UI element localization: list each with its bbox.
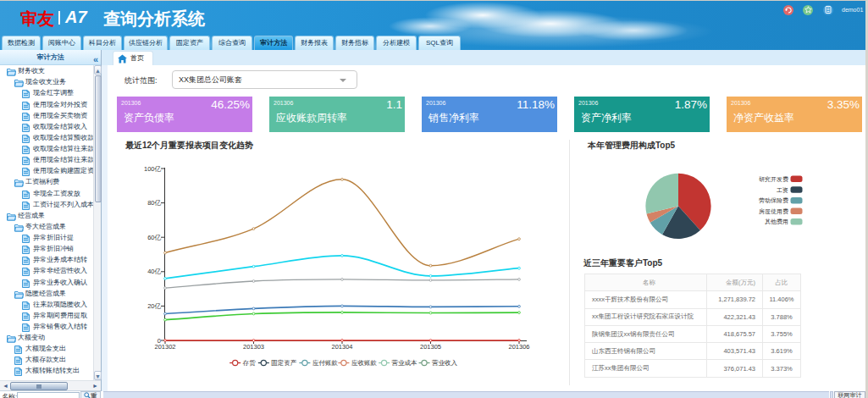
svg-text:房屋使用费: 房屋使用费 (759, 208, 788, 215)
svg-text:201306: 201306 (508, 343, 529, 351)
svg-text:60亿: 60亿 (147, 234, 161, 241)
svg-text:201304: 201304 (331, 343, 352, 351)
svg-text:营业成本: 营业成本 (392, 359, 418, 367)
svg-text:20亿: 20亿 (147, 302, 161, 310)
svg-text:工资: 工资 (777, 187, 788, 193)
svg-text:40亿: 40亿 (147, 268, 161, 275)
svg-text:100亿: 100亿 (144, 165, 162, 173)
svg-text:劳动保险费: 劳动保险费 (759, 197, 788, 203)
svg-text:营业收入: 营业收入 (432, 359, 458, 367)
svg-text:应收账款: 应收账款 (351, 359, 378, 367)
svg-text:研究开发费: 研究开发费 (759, 176, 788, 183)
svg-text:其他费用: 其他费用 (765, 218, 788, 225)
svg-text:应付账款: 应付账款 (312, 359, 339, 367)
svg-text:201303: 201303 (243, 343, 264, 351)
svg-text:201302: 201302 (154, 343, 175, 351)
svg-text:存货: 存货 (242, 359, 257, 367)
svg-text:固定资产: 固定资产 (271, 359, 297, 367)
svg-text:201305: 201305 (420, 343, 441, 351)
svg-text:80亿: 80亿 (147, 199, 161, 207)
